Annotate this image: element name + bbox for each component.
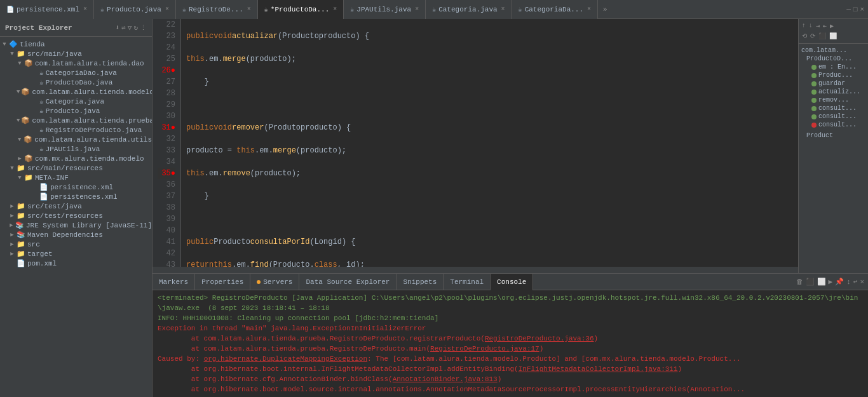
right-tree-em[interactable]: em : En... <box>801 63 865 71</box>
right-btn-1[interactable]: ↑ <box>801 22 806 30</box>
sidebar-item-categoriadao[interactable]: ☕ CategoriaDao.java <box>0 68 152 77</box>
java-icon: ☕ <box>350 6 354 13</box>
code-line-26: public void remover(Produto producto) { <box>186 122 793 133</box>
sidebar-item-utils-pkg[interactable]: ▼ 📦 com.latam.alura.tienda.utils <box>0 135 152 144</box>
right-btn-9[interactable]: ⬜ <box>829 32 837 41</box>
right-tree-label: ProductoD... <box>806 55 852 62</box>
console-stop-btn[interactable]: ⬛ <box>806 278 815 286</box>
sidebar-item-prueba-pkg[interactable]: ▼ 📦 com.latam.alura.tienda.prueba <box>0 116 152 125</box>
sidebar-item-mx-modelo-pkg[interactable]: ▶ 📦 com.mx.alura.tienda.modelo <box>0 154 152 163</box>
tab-properties[interactable]: Properties <box>195 274 250 290</box>
tab-markers[interactable]: Markers <box>153 274 195 290</box>
sidebar-item-jre-library[interactable]: ▶ 📚 JRE System Library [JavaSE-11] <box>0 220 152 230</box>
tab-overflow[interactable]: » <box>598 6 613 13</box>
sidebar-item-modelo-pkg[interactable]: ▼ 📦 com.latam.alura.tienda.modelo <box>0 87 152 97</box>
right-tree-consult2[interactable]: consult... <box>801 112 865 121</box>
console-relaunch-btn[interactable]: ▶ <box>829 278 833 286</box>
console-word-wrap-btn[interactable]: ↩ <box>853 278 858 286</box>
tab-close[interactable]: × <box>165 6 169 13</box>
sidebar-item-categoria[interactable]: ☕ Categoria.java <box>0 97 152 106</box>
tab-console[interactable]: Console <box>491 274 533 290</box>
sidebar-item-persistence-xml[interactable]: 📄 persistence.xml <box>0 182 152 192</box>
right-tree-consult3[interactable]: consult... <box>801 121 865 129</box>
tab-registrode[interactable]: ☕ RegistroDe... × <box>176 0 258 19</box>
right-tree-remov[interactable]: remov... <box>801 96 865 104</box>
console-scroll-btn[interactable]: ↕ <box>846 278 851 286</box>
tab-servers[interactable]: Servers <box>250 274 299 290</box>
right-panel: ↑ ↓ ⇥ ⇤ ▶ ⟲ ⟳ ⬛ ⬜ com.latam... <box>798 19 868 273</box>
sidebar-item-productodao[interactable]: ☕ ProductoDao.java <box>0 77 152 87</box>
collapse-all-btn[interactable]: ⬇ <box>116 24 120 32</box>
sidebar-item-target[interactable]: ▶ 📁 target <box>0 249 152 259</box>
tab-close[interactable]: × <box>83 6 87 13</box>
code-editor[interactable]: 22 23 24 25 26● 27 28 29 30 31● 32 33 34… <box>153 19 798 273</box>
tab-categoria[interactable]: ☕ Categoria.java × <box>426 0 512 19</box>
tab-producto[interactable]: ☕ Producto.java × <box>94 0 176 19</box>
right-btn-5[interactable]: ▶ <box>829 22 834 30</box>
code-scroll[interactable]: 22 23 24 25 26● 27 28 29 30 31● 32 33 34… <box>153 19 798 267</box>
console-clear-btn[interactable]: 🗑 <box>796 278 803 286</box>
console-line-info: INFO: HHH10001008: Cleaning up connectio… <box>158 313 863 323</box>
right-tree-produc[interactable]: Produc... <box>801 71 865 79</box>
right-tree-guardar[interactable]: guardar <box>801 79 865 88</box>
right-btn-2[interactable]: ↓ <box>808 22 813 30</box>
sidebar-item-src-main-java[interactable]: ▼ 📁 src/main/java <box>0 49 152 58</box>
tab-close[interactable]: × <box>587 6 591 13</box>
tab-close[interactable]: × <box>501 6 505 13</box>
tab-close[interactable]: × <box>333 6 337 13</box>
sidebar-item-src-test-java[interactable]: ▶ 📁 src/test/java <box>0 201 152 211</box>
close-window-btn[interactable]: × <box>860 6 864 13</box>
console-output[interactable]: <terminated> RegistroDeProducto [Java Ap… <box>153 290 868 397</box>
xml-file-icon: 📄 <box>17 259 25 267</box>
right-tree-product[interactable]: Product <box>801 131 865 140</box>
filter-btn[interactable]: ▽ <box>128 24 132 32</box>
right-tree-com-latam[interactable]: com.latam... <box>801 46 865 55</box>
tab-close[interactable]: × <box>415 6 419 13</box>
sidebar-item-maven-deps[interactable]: ▶ 📚 Maven Dependencies <box>0 230 152 239</box>
item-label: tienda <box>20 41 45 48</box>
console-terminate-btn[interactable]: ⬜ <box>817 278 826 286</box>
sidebar-item-producto[interactable]: ☕ Producto.java <box>0 106 152 116</box>
sync-btn[interactable]: ↻ <box>133 24 138 32</box>
sidebar-item-src-test-resources[interactable]: ▶ 📁 src/test/resources <box>0 211 152 220</box>
sidebar-item-registrode[interactable]: ☕ RegistroDeProducto.java <box>0 125 152 135</box>
code-content[interactable]: public void actualizar(Producto producto… <box>181 19 798 267</box>
right-btn-6[interactable]: ⟲ <box>801 32 808 41</box>
tab-persistence[interactable]: 📄 persistence.xml × <box>0 0 94 19</box>
member-dot <box>811 106 817 111</box>
tab-data-source[interactable]: Data Source Explorer <box>299 274 397 290</box>
sidebar-item-src[interactable]: ▶ 📁 src <box>0 239 152 249</box>
tab-snippets[interactable]: Snippets <box>397 274 444 290</box>
more-btn[interactable]: ⋮ <box>140 24 147 32</box>
sidebar-item-meta-inf[interactable]: ▼ 📁 META-INF <box>0 173 152 182</box>
sidebar-item-persistences-xml[interactable]: 📄 persistences.xml <box>0 192 152 201</box>
console-pin-btn[interactable]: 📌 <box>835 278 844 286</box>
main-area: Project Explorer ⬇ ⇌ ▽ ↻ ⋮ ▼ 🔷 tienda ▼ … <box>0 19 868 397</box>
sidebar-item-src-main-resources[interactable]: ▼ 📁 src/main/resources <box>0 163 152 173</box>
right-btn-7[interactable]: ⟳ <box>810 32 816 41</box>
sidebar-item-tienda[interactable]: ▼ 🔷 tienda <box>0 39 152 49</box>
right-btn-4[interactable]: ⇤ <box>822 22 827 30</box>
horizontal-scrollbar[interactable] <box>153 267 798 273</box>
sidebar-item-dao-pkg[interactable]: ▼ 📦 com.latam.alura.tienda.dao <box>0 58 152 68</box>
tab-terminal[interactable]: Terminal <box>444 274 491 290</box>
right-btn-3[interactable]: ⇥ <box>815 22 820 30</box>
link-editor-btn[interactable]: ⇌ <box>121 24 126 32</box>
tab-categoriada[interactable]: ☕ CategoriaDa... × <box>512 0 598 19</box>
item-label: com.latam.alura.tienda.modelo <box>32 88 152 96</box>
minimize-btn[interactable]: ─ <box>846 6 851 13</box>
right-tree-productod[interactable]: ProductoD... <box>801 55 865 63</box>
tab-productoda[interactable]: ☕ *ProductoDa... × <box>258 0 344 19</box>
package-icon: 📦 <box>24 135 32 144</box>
member-dot <box>811 81 817 86</box>
tab-jpautils[interactable]: ☕ JPAUtils.java × <box>344 0 426 19</box>
right-tree-actualiz[interactable]: actualiz... <box>801 88 865 96</box>
right-tree-consult1[interactable]: consult... <box>801 104 865 112</box>
sidebar-item-jpautils[interactable]: ☕ JPAUtils.java <box>0 144 152 154</box>
tab-close[interactable]: × <box>247 6 251 13</box>
console-close-btn[interactable]: × <box>860 278 864 286</box>
right-btn-8[interactable]: ⬛ <box>818 32 827 41</box>
sidebar-item-pom-xml[interactable]: 📄 pom.xml <box>0 259 152 268</box>
maximize-btn[interactable]: □ <box>853 6 858 13</box>
sidebar-tree: ▼ 🔷 tienda ▼ 📁 src/main/java ▼ 📦 com.lat… <box>0 37 152 397</box>
